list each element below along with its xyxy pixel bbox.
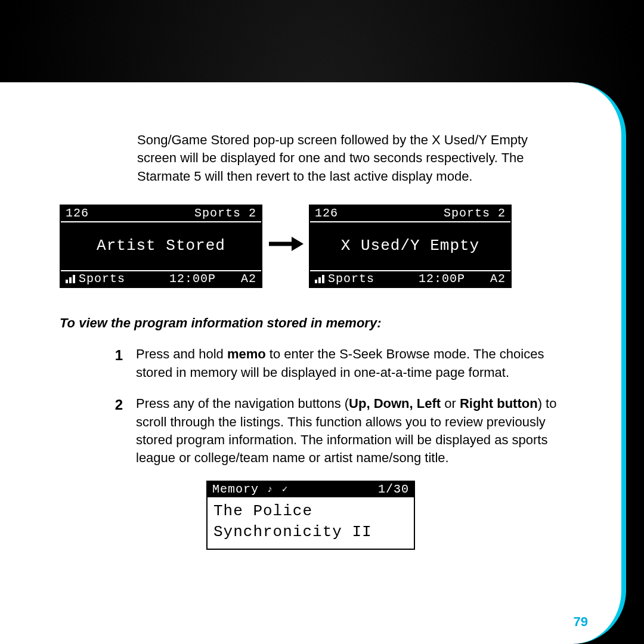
step-number: 1 bbox=[101, 345, 136, 382]
music-note-icon: ♪ bbox=[267, 483, 274, 496]
lcd-time: 12:00P bbox=[150, 271, 235, 287]
step-text: Press and hold memo to enter the S-Seek … bbox=[136, 345, 562, 382]
lcd-category-bot: Sports bbox=[328, 271, 374, 287]
memory-count: 1/30 bbox=[378, 481, 409, 498]
lcd-left-header: 126 Sports 2 bbox=[61, 206, 261, 221]
steps-list: 1 Press and hold memo to enter the S-See… bbox=[101, 345, 562, 467]
check-icon: ✓ bbox=[282, 483, 289, 496]
signal-icon bbox=[315, 275, 324, 283]
signal-icon bbox=[66, 275, 75, 283]
lcd-preset: A2 bbox=[484, 271, 506, 287]
step-item: 1 Press and hold memo to enter the S-See… bbox=[101, 345, 562, 382]
lcd-channel: 126 bbox=[315, 205, 338, 222]
lcd-right-message: X Used/Y Empty bbox=[310, 221, 510, 271]
memory-title: Synchronicity II bbox=[213, 522, 408, 543]
lcd-left-footer: Sports 12:00P A2 bbox=[61, 271, 261, 287]
lcd-screen-right: 126 Sports 2 X Used/Y Empty Sports 12:00… bbox=[309, 205, 512, 288]
memory-artist: The Police bbox=[213, 501, 408, 522]
step-item: 2 Press any of the navigation buttons (U… bbox=[101, 395, 562, 467]
lcd-screen-left: 126 Sports 2 Artist Stored Sports 12:00P… bbox=[60, 205, 262, 288]
memory-lcd: Memory ♪ ✓ 1/30 The Police Synchronicity… bbox=[206, 481, 415, 550]
manual-page: Song/Game Stored pop-up screen followed … bbox=[0, 82, 626, 644]
page-number: 79 bbox=[574, 613, 588, 631]
lcd-category-top: Sports 2 bbox=[444, 205, 506, 222]
lcd-category-bot: Sports bbox=[79, 271, 125, 287]
page-content: Song/Game Stored pop-up screen followed … bbox=[0, 82, 621, 644]
lcd-right-header: 126 Sports 2 bbox=[310, 206, 510, 221]
svg-marker-1 bbox=[292, 237, 304, 251]
section-subhead: To view the program information stored i… bbox=[60, 314, 562, 332]
memory-lcd-body: The Police Synchronicity II bbox=[208, 497, 414, 549]
lcd-category-top: Sports 2 bbox=[194, 205, 256, 222]
step-text: Press any of the navigation buttons (Up,… bbox=[136, 395, 562, 467]
lcd-preset: A2 bbox=[235, 271, 256, 287]
lcd-right-footer: Sports 12:00P A2 bbox=[310, 271, 510, 287]
intro-paragraph: Song/Game Stored pop-up screen followed … bbox=[137, 131, 550, 185]
lcd-screens-row: 126 Sports 2 Artist Stored Sports 12:00P… bbox=[60, 205, 562, 288]
lcd-left-message: Artist Stored bbox=[61, 221, 261, 271]
memory-label: Memory bbox=[212, 481, 259, 498]
memory-lcd-header: Memory ♪ ✓ 1/30 bbox=[208, 482, 414, 497]
lcd-channel: 126 bbox=[66, 205, 89, 222]
arrow-right-icon bbox=[262, 235, 309, 258]
step-number: 2 bbox=[101, 395, 136, 467]
lcd-time: 12:00P bbox=[400, 271, 484, 287]
